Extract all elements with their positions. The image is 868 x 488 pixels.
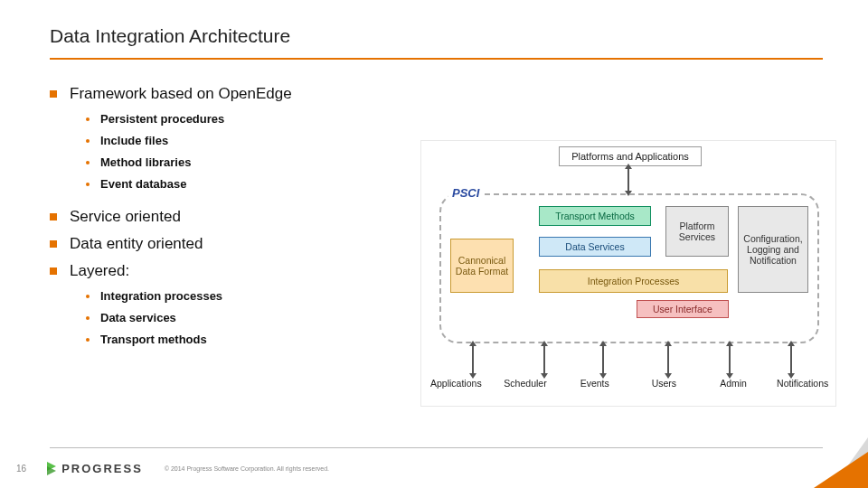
dot-bullet-icon xyxy=(86,316,90,320)
title-rule xyxy=(50,58,823,60)
integration-processes-box: Integration Processes xyxy=(539,269,728,293)
diagram-bottom-labels: Applications Scheduler Events Users Admi… xyxy=(421,378,837,389)
bottom-label: Admin xyxy=(699,378,769,389)
footer-rule xyxy=(50,447,823,448)
page-title: Data Integration Architecture xyxy=(50,25,290,47)
double-arrow-icon xyxy=(667,345,669,374)
architecture-diagram: Platforms and Applications PSCI Cannonic… xyxy=(420,140,836,407)
footer: 16 PROGRESS © 2014 Progress Software Cor… xyxy=(16,461,329,475)
square-bullet-icon xyxy=(50,213,57,221)
double-arrow-icon xyxy=(627,168,629,192)
square-bullet-icon xyxy=(50,90,57,98)
transport-methods-box: Transport Methods xyxy=(539,206,651,226)
slide: Data Integration Architecture Framework … xyxy=(0,0,868,488)
dot-bullet-icon xyxy=(86,295,90,298)
platform-services-box: Platform Services xyxy=(665,206,729,257)
double-arrow-icon xyxy=(790,345,792,374)
bottom-label: Notifications xyxy=(768,378,837,389)
canonical-data-box: Cannonical Data Format xyxy=(450,239,514,293)
bullet-4: Layered: xyxy=(50,262,411,280)
psci-label: PSCI xyxy=(448,186,483,200)
bullet-list: Framework based on OpenEdge Persistent p… xyxy=(50,80,411,354)
square-bullet-icon xyxy=(50,267,57,275)
bottom-label: Scheduler xyxy=(491,378,561,389)
bottom-label: Applications xyxy=(421,378,491,389)
square-bullet-icon xyxy=(50,240,57,248)
configuration-box: Configuration, Logging and Notification xyxy=(738,206,808,293)
bottom-label: Events xyxy=(560,378,629,389)
bullet-1-sub-1: Persistent procedures xyxy=(86,112,411,126)
double-arrow-icon xyxy=(472,345,474,374)
bullet-4-sub-2: Data services xyxy=(86,311,411,324)
double-arrow-icon xyxy=(602,345,604,374)
dot-bullet-icon xyxy=(86,117,90,121)
progress-mark-icon xyxy=(44,461,59,475)
dot-bullet-icon xyxy=(86,183,90,186)
bullet-3: Data entity oriented xyxy=(50,235,411,253)
bottom-label: Users xyxy=(629,378,699,389)
dot-bullet-icon xyxy=(86,161,90,164)
double-arrow-icon xyxy=(729,345,731,374)
bullet-1-sub-2: Include files xyxy=(86,134,411,147)
double-arrow-icon xyxy=(543,345,545,374)
data-services-box: Data Services xyxy=(539,237,651,257)
bullet-4-sub-3: Transport methods xyxy=(86,333,411,346)
dot-bullet-icon xyxy=(86,338,90,342)
bullet-1-text: Framework based on OpenEdge xyxy=(70,85,292,103)
bullet-1-sub-3: Method libraries xyxy=(86,155,411,169)
bullet-4-sub-1: Integration processes xyxy=(86,289,411,303)
bullet-1: Framework based on OpenEdge xyxy=(50,85,411,103)
bullet-2: Service oriented xyxy=(50,208,411,226)
bullet-1-sub-4: Event database xyxy=(86,177,411,191)
page-number: 16 xyxy=(16,464,26,474)
dot-bullet-icon xyxy=(86,139,90,143)
progress-logo: PROGRESS xyxy=(44,461,143,475)
copyright-text: © 2014 Progress Software Corporation. Al… xyxy=(165,465,329,472)
corner-decoration-icon xyxy=(814,452,868,488)
user-interface-box: User Interface xyxy=(637,300,729,318)
